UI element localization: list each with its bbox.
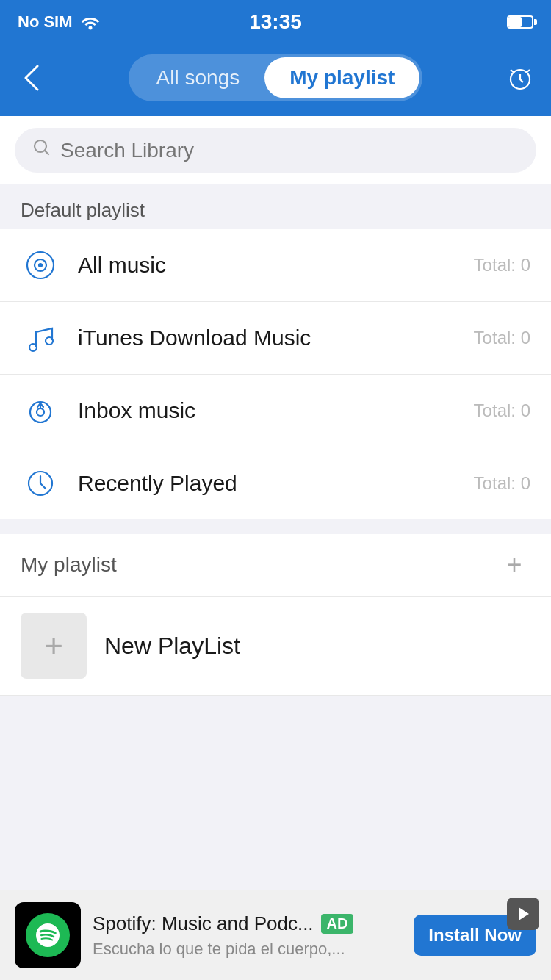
back-button[interactable] (15, 62, 47, 94)
playlist-item-all-music[interactable]: All music Total: 0 (0, 229, 551, 302)
new-playlist-label: New PlayList (104, 633, 240, 660)
itunes-label: iTunes Download Music (78, 325, 456, 350)
my-playlist-section-header: My playlist + (0, 534, 551, 597)
default-playlist-list: All music Total: 0 iTunes Download Music… (0, 229, 551, 519)
default-playlist-header: Default playlist (0, 184, 551, 229)
tab-all-songs[interactable]: All songs (132, 57, 265, 98)
svg-point-7 (46, 337, 53, 345)
new-playlist-item[interactable]: + New PlayList (0, 597, 551, 696)
recent-icon (21, 464, 60, 503)
svg-marker-11 (519, 907, 529, 920)
ad-play-button[interactable] (507, 898, 539, 930)
search-bar[interactable] (15, 128, 536, 173)
itunes-total: Total: 0 (474, 328, 530, 348)
battery-icon (507, 15, 533, 29)
ad-info: Spotify: Music and Podc... AD Escucha lo… (93, 912, 402, 959)
all-music-total: Total: 0 (474, 255, 530, 275)
new-playlist-thumb: + (21, 613, 87, 679)
inbox-icon (21, 391, 60, 430)
inbox-label: Inbox music (78, 398, 456, 423)
add-playlist-button[interactable]: + (498, 549, 530, 581)
ad-logo (15, 902, 81, 968)
play-icon (514, 905, 532, 923)
my-playlist-label: My playlist (21, 553, 117, 577)
playlist-item-inbox[interactable]: Inbox music Total: 0 (0, 375, 551, 447)
status-left: No SIM (18, 12, 101, 32)
ad-title: Spotify: Music and Podc... AD (93, 912, 402, 935)
playlist-item-itunes[interactable]: iTunes Download Music Total: 0 (0, 302, 551, 375)
playlist-item-recent[interactable]: Recently Played Total: 0 (0, 447, 551, 519)
app-header: All songs My playlist (0, 44, 551, 116)
recent-total: Total: 0 (474, 473, 530, 494)
spotify-icon (26, 913, 70, 957)
svg-point-5 (39, 264, 42, 267)
search-icon (32, 138, 51, 162)
ad-subtitle: Escucha lo que te pida el cuerpo,... (93, 940, 402, 959)
wifi-icon (80, 14, 101, 30)
alarm-button[interactable] (504, 62, 536, 94)
svg-point-9 (37, 408, 44, 416)
tab-switcher: All songs My playlist (129, 54, 423, 101)
tab-my-playlist[interactable]: My playlist (264, 57, 419, 98)
ad-banner: Spotify: Music and Podc... AD Escucha lo… (0, 890, 551, 980)
plus-icon: + (44, 630, 63, 662)
svg-point-0 (88, 26, 92, 30)
svg-point-6 (29, 344, 37, 351)
search-input[interactable] (60, 139, 519, 162)
status-bar: No SIM 13:35 (0, 0, 551, 44)
status-time: 13:35 (249, 10, 302, 34)
all-music-label: All music (78, 253, 456, 278)
ad-badge: AD (321, 914, 354, 934)
ad-title-text: Spotify: Music and Podc... (93, 912, 314, 935)
inbox-total: Total: 0 (474, 400, 530, 421)
all-music-icon (21, 245, 60, 285)
section-divider (0, 519, 551, 534)
status-right (507, 15, 533, 29)
carrier-label: No SIM (18, 12, 73, 32)
recent-label: Recently Played (78, 471, 456, 496)
search-wrapper (0, 116, 551, 184)
itunes-icon (21, 318, 60, 358)
